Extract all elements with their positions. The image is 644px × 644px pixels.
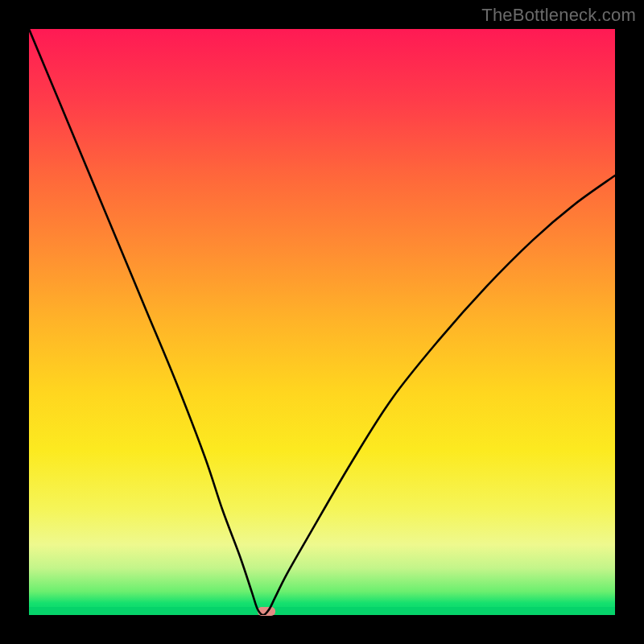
green-baseline-strip: [29, 607, 615, 615]
bottleneck-curve: [29, 29, 615, 615]
plot-area: [29, 29, 615, 615]
attribution-label: TheBottleneck.com: [481, 5, 636, 26]
optimum-marker: [258, 607, 275, 616]
chart-frame: TheBottleneck.com: [0, 0, 644, 644]
